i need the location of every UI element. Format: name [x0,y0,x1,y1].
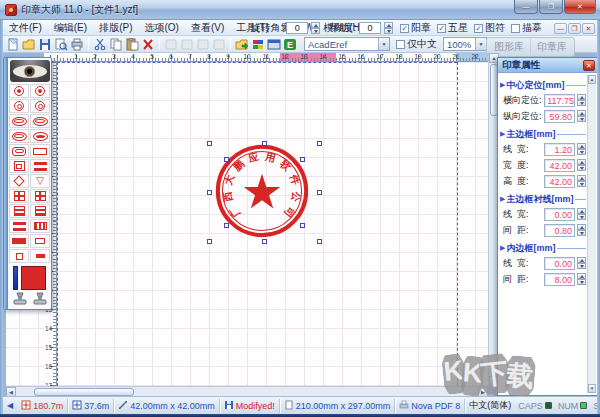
property-value[interactable]: 42.00 [544,159,575,172]
shape-button-e-ring[interactable] [9,114,29,128]
selection-handle[interactable] [207,239,212,244]
mdi-restore-button[interactable]: ❐ [568,23,581,34]
selection-handle[interactable] [300,157,305,162]
shape-button-bar-tiny[interactable] [30,249,50,263]
property-value[interactable]: 8.00 [544,273,575,286]
shape-button-sq-bars[interactable] [30,204,50,218]
selection-handle[interactable] [262,239,267,244]
blur-value[interactable]: 0 [359,22,381,34]
property-value[interactable]: 0.00 [544,208,575,221]
property-value[interactable]: 0.00 [544,257,575,270]
horizontal-scrollbar[interactable]: ◀ ▶ [6,386,488,396]
mdi-minimize-button[interactable]: — [554,23,567,34]
shape-button-tri[interactable]: ▽ [30,174,50,188]
value-spinner[interactable] [577,224,586,236]
chinese-only-checkbox[interactable]: 仅中文 [396,37,437,51]
shape-button-sq-sm[interactable] [9,249,29,263]
shape-button-diamond[interactable] [9,174,29,188]
shape-button-c-dot[interactable] [30,84,50,98]
property-value[interactable]: 42.00 [544,175,575,188]
value-spinner[interactable] [577,94,586,106]
value-spinner[interactable] [577,175,586,187]
option-checkbox-阳章[interactable]: ✓阳章 [400,21,431,35]
shape-button-rrect[interactable] [9,144,29,158]
open-button[interactable] [21,37,37,52]
shape-button-grid-4[interactable] [9,189,29,203]
checkbox-box[interactable] [396,40,405,49]
chevron-down-icon[interactable]: ▼ [378,38,389,50]
selection-handle[interactable] [317,239,322,244]
close-icon[interactable]: ✕ [583,60,595,71]
shape-button-c-ring[interactable] [30,99,50,113]
stamp-tool-icon[interactable] [12,292,28,307]
scroll-down-arrow[interactable]: ▼ [588,384,596,393]
shape-button-e-ring[interactable] [30,114,50,128]
property-value[interactable]: 1.20 [544,143,575,156]
canvas[interactable]: 广西大鹏应用软件公司 [6,62,488,386]
palette-grip[interactable] [4,58,8,309]
property-value[interactable]: 117.75 [544,94,575,107]
value-spinner[interactable] [577,257,586,269]
shape-button-c-ring[interactable] [9,99,29,113]
menu-item-3[interactable]: 选项(O) [138,20,184,36]
rotate-value[interactable]: 0 [286,22,308,34]
export-button[interactable] [234,37,250,52]
checkbox-box[interactable] [511,24,520,33]
cut-button[interactable] [92,37,108,52]
paste-button[interactable] [124,37,140,52]
shape-button-rect-flat[interactable] [30,144,50,158]
shape-button-rect-sm[interactable] [30,234,50,248]
menu-item-2[interactable]: 排版(P) [93,20,138,36]
copy-button[interactable] [108,37,124,52]
shape-button-sq-in-sq[interactable] [9,159,29,173]
shape-button-rect-bars[interactable] [30,219,50,233]
selection-handle[interactable] [207,190,212,195]
checkbox-box[interactable]: ✓ [400,24,409,33]
property-value[interactable]: 0.80 [544,224,575,237]
status-nav-left[interactable]: ◀ [3,401,17,410]
property-value[interactable]: 59.80 [544,110,575,123]
selection-handle[interactable] [224,157,229,162]
selection-handle[interactable] [262,141,267,146]
zoom-combo[interactable]: 100% ▼ [443,37,487,51]
selection-handle[interactable] [207,141,212,146]
shape-button-rect-2[interactable] [30,159,50,173]
shape-button-rect-2[interactable] [9,219,29,233]
option-checkbox-图符[interactable]: ✓图符 [474,21,505,35]
stamp-tool-2-icon[interactable] [32,292,48,307]
font-combo[interactable]: AcadEref ▼ [304,37,390,51]
scroll-up-arrow[interactable]: ▲ [588,75,596,84]
shape-button-bar-wide[interactable] [9,234,29,248]
selection-handle[interactable] [224,223,229,228]
rotate-spinner[interactable] [311,22,320,34]
close-button[interactable]: ✕ [564,0,596,14]
save-button[interactable] [37,37,53,52]
option-checkbox-描摹[interactable]: 描摹 [511,21,542,35]
color-tool-button[interactable] [250,37,266,52]
value-spinner[interactable] [577,110,586,122]
shape-button-c-dot[interactable] [9,84,29,98]
checkbox-box[interactable]: ✓ [437,24,446,33]
horizontal-scroll-thumb[interactable] [34,388,134,396]
value-spinner[interactable] [577,208,586,220]
properties-scrollbar[interactable]: ▲ ▼ [587,75,596,393]
chevron-down-icon[interactable]: ▼ [475,38,486,50]
menu-item-4[interactable]: 查看(V) [185,20,230,36]
shape-button-sq-bars[interactable] [9,204,29,218]
maximize-button[interactable]: ❐ [539,0,563,14]
display-mode-button[interactable] [266,37,282,52]
active-color-swatch[interactable] [21,266,46,290]
option-checkbox-五星[interactable]: ✓五星 [437,21,468,35]
selection-handle[interactable] [300,223,305,228]
shape-button-grid-4[interactable] [30,189,50,203]
blur-spinner[interactable] [384,22,393,34]
excel-export-button[interactable]: E [282,37,298,52]
secondary-color-swatch[interactable] [13,266,18,290]
print-button[interactable] [69,37,85,52]
checkbox-box[interactable]: ✓ [474,24,483,33]
properties-title-bar[interactable]: 印章属性 ✕ [498,58,597,73]
new-button[interactable] [5,37,21,52]
selection-handle[interactable] [317,141,322,146]
minimize-button[interactable]: — [514,0,538,14]
shape-button-e-solid[interactable] [30,129,50,143]
